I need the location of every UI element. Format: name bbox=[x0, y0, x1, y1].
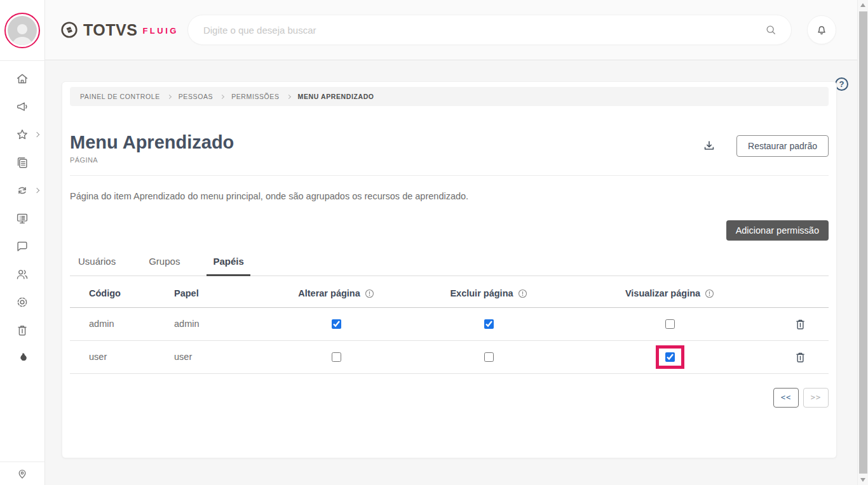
breadcrumb-item-pessoas[interactable]: PESSOAS bbox=[179, 93, 213, 100]
table-row-admin: admin admin bbox=[70, 308, 829, 341]
info-icon[interactable] bbox=[365, 289, 374, 298]
cell-papel: admin bbox=[174, 319, 263, 329]
page-description: Página do item Aprendizado do menu princ… bbox=[70, 191, 829, 201]
breadcrumb-item-permissoes[interactable]: PERMISSÕES bbox=[231, 93, 279, 100]
scrollbar-thumb[interactable] bbox=[859, 11, 867, 474]
page-subtitle: PÁGINA bbox=[70, 156, 234, 164]
tab-papeis[interactable]: Papéis bbox=[207, 251, 250, 276]
notifications-button[interactable] bbox=[807, 15, 836, 44]
chevron-right-icon bbox=[220, 94, 224, 98]
pagination-first-button[interactable]: << bbox=[773, 388, 799, 408]
pagination-last-button[interactable]: >> bbox=[803, 388, 829, 408]
main-content: ? PAINEL DE CONTROLE PESSOAS PERMISSÕES … bbox=[45, 61, 857, 485]
column-header-label: Visualizar página bbox=[625, 288, 700, 298]
sidebar-item-trash[interactable] bbox=[0, 316, 44, 344]
search-bar bbox=[187, 15, 792, 45]
delete-permission-button[interactable] bbox=[792, 349, 808, 365]
workflow-icon bbox=[15, 183, 29, 197]
column-header-excluir-pagina: Excluir página bbox=[409, 288, 568, 298]
download-button[interactable] bbox=[700, 136, 719, 156]
highlight-frame bbox=[656, 345, 684, 369]
table-header-row: Código Papel Alterar página Excluir pági… bbox=[70, 280, 829, 308]
monitor-list-icon bbox=[15, 211, 29, 225]
sidebar-nav bbox=[0, 61, 44, 372]
documents-icon bbox=[15, 156, 29, 169]
avatar-zone bbox=[0, 0, 44, 61]
column-header-visualizar-pagina: Visualizar página bbox=[568, 288, 771, 298]
gear-icon bbox=[15, 295, 29, 309]
home-icon bbox=[15, 72, 29, 86]
sidebar-item-panels[interactable] bbox=[0, 204, 44, 232]
column-header-label: Excluir página bbox=[450, 288, 513, 298]
checkbox-user-excluir-pagina[interactable] bbox=[484, 352, 494, 362]
help-icon[interactable]: ? bbox=[835, 77, 848, 91]
table-row-user: user user bbox=[70, 341, 829, 374]
info-icon[interactable] bbox=[705, 289, 714, 298]
chevron-right-icon bbox=[34, 188, 39, 193]
sidebar bbox=[0, 0, 45, 485]
sidebar-item-location[interactable] bbox=[16, 464, 29, 483]
restore-default-button[interactable]: Restaurar padrão bbox=[736, 135, 829, 157]
logo-text-totvs: TOTVS bbox=[83, 21, 137, 39]
cell-papel: user bbox=[174, 352, 263, 362]
delete-permission-button[interactable] bbox=[792, 316, 808, 332]
chevron-right-icon bbox=[34, 132, 39, 137]
bell-icon bbox=[815, 23, 829, 37]
cell-codigo: user bbox=[70, 352, 174, 362]
title-actions: Restaurar padrão bbox=[700, 135, 829, 157]
chevron-right-icon bbox=[167, 94, 172, 98]
checkbox-user-visualizar-pagina[interactable] bbox=[665, 352, 675, 362]
checkbox-admin-alterar-pagina[interactable] bbox=[332, 319, 341, 329]
sidebar-item-processes[interactable] bbox=[0, 176, 44, 204]
app-window: TOTVS FLUIG ? PAINEL DE CONTROLE PESSOAS bbox=[0, 0, 868, 485]
title-row: Menu Aprendizado PÁGINA Restaurar padrão bbox=[70, 133, 829, 176]
search-input[interactable] bbox=[203, 25, 762, 36]
vertical-scrollbar[interactable] bbox=[857, 0, 868, 485]
column-header-codigo: Código bbox=[70, 288, 174, 298]
search-icon bbox=[764, 23, 777, 36]
users-icon bbox=[15, 267, 29, 281]
download-icon bbox=[702, 139, 716, 153]
avatar-image bbox=[8, 16, 37, 45]
breadcrumb: PAINEL DE CONTROLE PESSOAS PERMISSÕES ME… bbox=[70, 87, 829, 106]
totvs-logo-icon bbox=[60, 21, 78, 39]
cell-codigo: admin bbox=[70, 319, 174, 329]
sidebar-item-people[interactable] bbox=[0, 260, 44, 288]
sidebar-item-fluig[interactable] bbox=[0, 344, 44, 372]
scroll-up-arrow[interactable] bbox=[860, 3, 865, 7]
tab-grupos[interactable]: Grupos bbox=[142, 251, 186, 276]
checkbox-user-alterar-pagina[interactable] bbox=[332, 352, 341, 362]
page-title: Menu Aprendizado bbox=[70, 133, 234, 153]
chat-bubble-icon bbox=[15, 239, 29, 253]
permissions-card: PAINEL DE CONTROLE PESSOAS PERMISSÕES ME… bbox=[62, 81, 837, 458]
search-button[interactable] bbox=[762, 21, 780, 39]
trash-icon bbox=[794, 317, 807, 331]
checkbox-admin-excluir-pagina[interactable] bbox=[484, 319, 494, 329]
actions-row: Adicionar permissão bbox=[70, 220, 829, 241]
breadcrumb-item-painel-de-controle[interactable]: PAINEL DE CONTROLE bbox=[80, 93, 160, 100]
tab-usuarios[interactable]: Usuários bbox=[72, 251, 122, 276]
logo-text-fluig: FLUIG bbox=[142, 26, 179, 36]
column-header-alterar-pagina: Alterar página bbox=[263, 288, 409, 298]
title-block: Menu Aprendizado PÁGINA bbox=[70, 133, 234, 164]
chevron-right-icon bbox=[287, 94, 291, 98]
topbar: TOTVS FLUIG bbox=[45, 0, 857, 60]
sidebar-item-favorites[interactable] bbox=[0, 121, 44, 149]
user-avatar[interactable] bbox=[4, 13, 40, 48]
permissions-table: Código Papel Alterar página Excluir pági… bbox=[70, 280, 829, 374]
sidebar-item-documents[interactable] bbox=[0, 149, 44, 176]
sidebar-item-messages[interactable] bbox=[0, 232, 44, 260]
column-header-papel: Papel bbox=[174, 288, 263, 298]
location-pin-icon bbox=[16, 467, 29, 480]
checkbox-admin-visualizar-pagina[interactable] bbox=[665, 319, 675, 329]
sidebar-item-settings[interactable] bbox=[0, 288, 44, 316]
sidebar-item-announcements[interactable] bbox=[0, 93, 44, 121]
sidebar-item-home[interactable] bbox=[0, 65, 44, 93]
add-permission-button[interactable]: Adicionar permissão bbox=[726, 220, 829, 241]
info-icon[interactable] bbox=[518, 289, 527, 298]
logo[interactable]: TOTVS FLUIG bbox=[60, 21, 179, 39]
scroll-down-arrow[interactable] bbox=[860, 478, 865, 482]
trash-icon bbox=[15, 323, 29, 337]
pagination: << >> bbox=[70, 388, 829, 408]
trash-icon bbox=[794, 350, 807, 364]
